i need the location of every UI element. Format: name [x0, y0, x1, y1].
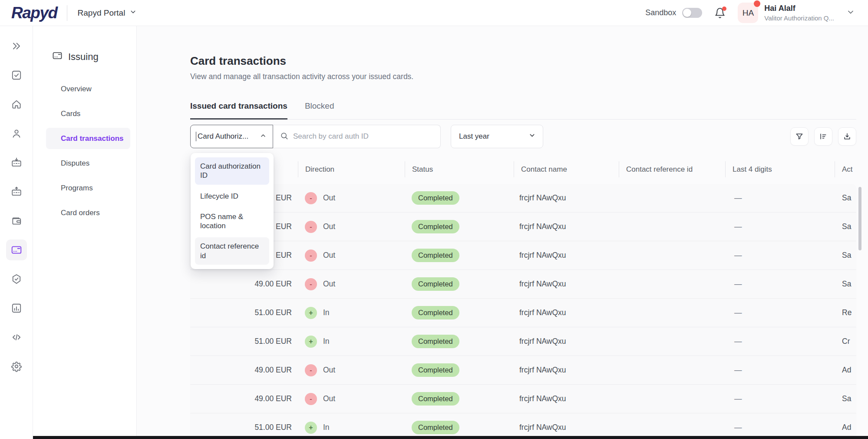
table-row[interactable]: 51.00 EUR+InCompletedfrcjrf NAwQxu—Re — [190, 299, 856, 327]
rail-item-payout[interactable] — [6, 181, 27, 202]
direction-label: Out — [323, 251, 335, 260]
sidebar-item-label: Overview — [61, 85, 92, 93]
rail-item-home[interactable] — [6, 94, 27, 115]
sidebar-item-cards[interactable]: Cards — [46, 103, 130, 124]
cell-status: Completed — [405, 213, 514, 241]
sort-button[interactable] — [814, 127, 832, 146]
issuing-sidebar: Issuing OverviewCardsCard transactionsDi… — [33, 26, 137, 439]
direction-label: Out — [323, 193, 335, 203]
table-row[interactable]: 51.00 EUR+InCompletedfrcjrf NAwQxu—Cr — [190, 327, 856, 356]
cell-contact-reference — [619, 385, 725, 413]
user-menu[interactable]: HA Hai Alalf Valitor Authorization Q... — [738, 3, 855, 23]
sandbox-toggle[interactable] — [682, 8, 702, 18]
notifications-button[interactable] — [714, 7, 726, 19]
cell-status: Completed — [405, 184, 514, 212]
rail-item-reports[interactable] — [6, 298, 27, 319]
cell-contact-name: frcjrf NAwQxu — [514, 327, 619, 356]
cell-action: Re — [835, 299, 856, 327]
payout-icon — [11, 186, 22, 197]
tab-blocked[interactable]: Blocked — [305, 101, 334, 120]
chevron-down-icon — [528, 132, 536, 141]
cell-amount: 51.00 EUR — [190, 413, 298, 439]
sidebar-item-programs[interactable]: Programs — [46, 177, 130, 199]
chevron-down-icon — [846, 8, 855, 18]
table-row[interactable]: 49.00 EUR-OutCompletedfrcjrf NAwQxu—Ad — [190, 356, 856, 385]
cell-status: Completed — [405, 299, 514, 327]
dropdown-option-card-authorization-id[interactable]: Card authorization ID — [195, 157, 269, 185]
rail-item-collapse[interactable] — [6, 36, 27, 57]
cell-amount: 49.00 EUR — [190, 270, 298, 298]
chevron-up-icon — [260, 132, 267, 141]
sidebar-item-label: Cards — [61, 110, 80, 118]
cell-contact-reference — [619, 299, 725, 327]
avatar-initials: HA — [743, 8, 754, 18]
cell-direction: -Out — [298, 184, 405, 212]
cell-amount: 49.00 EUR — [190, 385, 298, 413]
dropdown-option-lifecycle-id[interactable]: Lifecycle ID — [195, 187, 269, 205]
direction-sign-badge: - — [305, 393, 317, 405]
download-button[interactable] — [838, 127, 856, 146]
status-badge: Completed — [412, 335, 459, 348]
status-badge: Completed — [412, 249, 459, 262]
tab-issued-card-transactions[interactable]: Issued card transactions — [190, 101, 287, 120]
direction-label: Out — [323, 394, 335, 403]
table-scrollbar[interactable] — [858, 187, 861, 250]
search-field-select[interactable]: Card Authoriz... — [190, 125, 273, 148]
toggle-knob — [683, 9, 691, 17]
funnel-icon — [795, 132, 804, 141]
cell-last4: — — [725, 299, 835, 327]
status-badge: Completed — [412, 306, 459, 319]
table-row[interactable]: 49.00 EUR-OutCompletedfrcjrf NAwQxu—Sa — [190, 213, 856, 241]
cell-contact-name: frcjrf NAwQxu — [514, 213, 619, 241]
dropdown-option-pos-name-location[interactable]: POS name & location — [195, 208, 269, 235]
direction-sign-badge: + — [305, 336, 317, 348]
table-row[interactable]: 49.00 EUR-OutCompletedfrcjrf NAwQxu—Sa — [190, 184, 856, 213]
status-badge: Completed — [412, 191, 459, 205]
sidebar-item-disputes[interactable]: Disputes — [46, 153, 130, 174]
sidebar-item-card-transactions[interactable]: Card transactions — [46, 128, 130, 149]
table-row[interactable]: 51.00 EUR+InCompletedfrcjrf NAwQxu—Ad — [190, 413, 856, 439]
dropdown-option-contact-reference-id[interactable]: Contact reference id — [195, 237, 269, 265]
page-subtitle: View and manage all transaction activity… — [190, 72, 856, 81]
settings-icon — [11, 361, 22, 372]
date-range-select[interactable]: Last year — [451, 125, 543, 148]
filter-button[interactable] — [790, 127, 809, 146]
contacts-icon — [11, 128, 22, 139]
bottom-bar — [33, 436, 868, 439]
rail-item-settings[interactable] — [6, 356, 27, 377]
rail-item-card[interactable] — [6, 239, 27, 260]
reports-icon — [11, 303, 22, 314]
tasks-icon — [11, 70, 22, 81]
table-row[interactable]: 49.00 EUR-OutCompletedfrcjrf NAwQxu—Sa — [190, 385, 856, 413]
rapyd-logo: Rapyd — [11, 4, 67, 22]
portal-switcher[interactable]: Rapyd Portal — [78, 8, 137, 18]
rail-item-payin[interactable] — [6, 152, 27, 173]
direction-sign-badge: - — [305, 249, 317, 262]
rail-item-wallet[interactable] — [6, 210, 27, 231]
cell-contact-reference — [619, 327, 725, 356]
cell-last4: — — [725, 241, 835, 269]
portal-label: Rapyd Portal — [78, 8, 125, 18]
rail-item-compliance[interactable] — [6, 269, 27, 289]
rail-item-developers[interactable] — [6, 327, 27, 348]
sidebar-item-card-orders[interactable]: Card orders — [46, 202, 130, 223]
search-icon — [280, 132, 288, 142]
search-input[interactable] — [293, 132, 433, 141]
sidebar-item-overview[interactable]: Overview — [46, 78, 130, 100]
table-row[interactable]: 49.00 EUR-OutCompletedfrcjrf NAwQxu—Sa — [190, 270, 856, 299]
rail-item-tasks[interactable] — [6, 65, 27, 86]
column-header-status: Status — [405, 161, 514, 177]
date-range-value: Last year — [459, 132, 489, 141]
user-name: Hai Alalf — [764, 4, 834, 13]
tab-bar: Issued card transactionsBlocked — [190, 101, 856, 120]
search-field-value: Card Authoriz... — [196, 132, 248, 141]
direction-sign-badge: - — [305, 364, 317, 376]
table-row[interactable]: 49.00 EUR-OutCompletedfrcjrf NAwQxu—Sa — [190, 241, 856, 270]
cell-action: Ad — [835, 356, 856, 384]
status-badge: Completed — [412, 277, 459, 291]
cell-direction: -Out — [298, 356, 405, 384]
rail-item-contacts[interactable] — [6, 123, 27, 144]
direction-sign-badge: + — [305, 307, 317, 319]
cell-contact-name: frcjrf NAwQxu — [514, 385, 619, 413]
cell-direction: -Out — [298, 241, 405, 269]
